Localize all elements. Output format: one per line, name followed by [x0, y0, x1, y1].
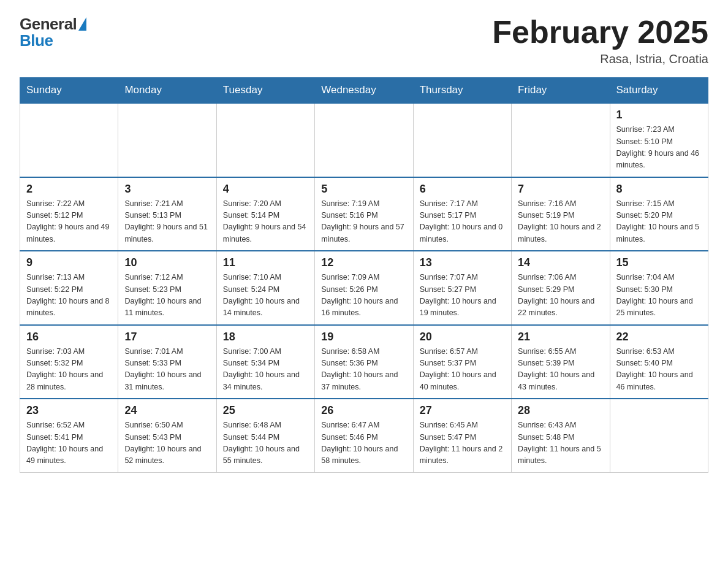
weekday-header: Thursday: [413, 78, 511, 104]
calendar-cell: 27Sunrise: 6:45 AM Sunset: 5:47 PM Dayli…: [413, 399, 511, 472]
calendar-cell: [315, 103, 413, 177]
day-info: Sunrise: 7:09 AM Sunset: 5:26 PM Dayligh…: [321, 272, 406, 320]
day-number: 21: [518, 331, 603, 343]
calendar-cell: 19Sunrise: 6:58 AM Sunset: 5:36 PM Dayli…: [315, 325, 413, 399]
day-info: Sunrise: 6:48 AM Sunset: 5:44 PM Dayligh…: [223, 419, 308, 467]
day-info: Sunrise: 7:03 AM Sunset: 5:32 PM Dayligh…: [26, 346, 112, 394]
day-info: Sunrise: 7:12 AM Sunset: 5:23 PM Dayligh…: [124, 272, 210, 320]
day-info: Sunrise: 7:21 AM Sunset: 5:13 PM Dayligh…: [124, 198, 210, 246]
calendar-cell: 14Sunrise: 7:06 AM Sunset: 5:29 PM Dayli…: [512, 251, 610, 325]
weekday-header: Sunday: [20, 78, 118, 104]
logo-triangle-icon: [78, 17, 86, 31]
day-info: Sunrise: 6:55 AM Sunset: 5:39 PM Dayligh…: [518, 346, 603, 394]
calendar-cell: 20Sunrise: 6:57 AM Sunset: 5:37 PM Dayli…: [413, 325, 511, 399]
day-info: Sunrise: 7:10 AM Sunset: 5:24 PM Dayligh…: [223, 272, 308, 320]
calendar-cell: [610, 399, 708, 472]
day-number: 28: [518, 404, 603, 417]
day-number: 4: [223, 183, 308, 196]
day-info: Sunrise: 6:57 AM Sunset: 5:37 PM Dayligh…: [420, 346, 505, 394]
day-info: Sunrise: 7:22 AM Sunset: 5:12 PM Dayligh…: [26, 198, 112, 246]
day-number: 18: [223, 331, 308, 343]
weekday-header: Friday: [512, 78, 610, 104]
calendar-cell: 16Sunrise: 7:03 AM Sunset: 5:32 PM Dayli…: [20, 325, 118, 399]
day-number: 12: [321, 256, 406, 269]
calendar-cell: 5Sunrise: 7:19 AM Sunset: 5:16 PM Daylig…: [315, 177, 413, 251]
month-year-title: February 2025: [492, 15, 708, 50]
day-info: Sunrise: 7:23 AM Sunset: 5:10 PM Dayligh…: [616, 124, 702, 172]
day-number: 1: [616, 109, 702, 121]
calendar-cell: 11Sunrise: 7:10 AM Sunset: 5:24 PM Dayli…: [216, 251, 314, 325]
day-info: Sunrise: 7:15 AM Sunset: 5:20 PM Dayligh…: [616, 198, 702, 246]
calendar-table: SundayMondayTuesdayWednesdayThursdayFrid…: [20, 77, 708, 473]
day-info: Sunrise: 6:43 AM Sunset: 5:48 PM Dayligh…: [518, 419, 603, 467]
day-info: Sunrise: 7:04 AM Sunset: 5:30 PM Dayligh…: [616, 272, 702, 320]
calendar-cell: [512, 103, 610, 177]
location-subtitle: Rasa, Istria, Croatia: [492, 52, 708, 66]
week-row: 2Sunrise: 7:22 AM Sunset: 5:12 PM Daylig…: [20, 177, 708, 251]
weekday-header: Wednesday: [315, 78, 413, 104]
day-info: Sunrise: 6:47 AM Sunset: 5:46 PM Dayligh…: [321, 419, 406, 467]
week-row: 23Sunrise: 6:52 AM Sunset: 5:41 PM Dayli…: [20, 399, 708, 472]
calendar-cell: 6Sunrise: 7:17 AM Sunset: 5:17 PM Daylig…: [413, 177, 511, 251]
day-info: Sunrise: 6:45 AM Sunset: 5:47 PM Dayligh…: [420, 419, 505, 467]
day-info: Sunrise: 7:06 AM Sunset: 5:29 PM Dayligh…: [518, 272, 603, 320]
day-number: 14: [518, 256, 603, 269]
day-number: 22: [616, 331, 702, 343]
weekday-header: Saturday: [610, 78, 708, 104]
calendar-cell: 13Sunrise: 7:07 AM Sunset: 5:27 PM Dayli…: [413, 251, 511, 325]
calendar-cell: [216, 103, 314, 177]
calendar-cell: 3Sunrise: 7:21 AM Sunset: 5:13 PM Daylig…: [118, 177, 216, 251]
calendar-cell: 1Sunrise: 7:23 AM Sunset: 5:10 PM Daylig…: [610, 103, 708, 177]
day-number: 15: [616, 256, 702, 269]
calendar-cell: 9Sunrise: 7:13 AM Sunset: 5:22 PM Daylig…: [20, 251, 118, 325]
day-info: Sunrise: 6:53 AM Sunset: 5:40 PM Dayligh…: [616, 346, 702, 394]
calendar-cell: 28Sunrise: 6:43 AM Sunset: 5:48 PM Dayli…: [512, 399, 610, 472]
calendar-cell: 17Sunrise: 7:01 AM Sunset: 5:33 PM Dayli…: [118, 325, 216, 399]
day-number: 6: [420, 183, 505, 196]
calendar-cell: 26Sunrise: 6:47 AM Sunset: 5:46 PM Dayli…: [315, 399, 413, 472]
day-number: 19: [321, 331, 406, 343]
weekday-header: Monday: [118, 78, 216, 104]
day-number: 8: [616, 183, 702, 196]
calendar-cell: 10Sunrise: 7:12 AM Sunset: 5:23 PM Dayli…: [118, 251, 216, 325]
day-number: 16: [26, 331, 112, 343]
day-number: 2: [26, 183, 112, 196]
day-number: 3: [124, 183, 210, 196]
page-header: General Blue February 2025 Rasa, Istria,…: [20, 15, 708, 66]
weekday-header: Tuesday: [216, 78, 314, 104]
calendar-cell: 15Sunrise: 7:04 AM Sunset: 5:30 PM Dayli…: [610, 251, 708, 325]
day-info: Sunrise: 7:19 AM Sunset: 5:16 PM Dayligh…: [321, 198, 406, 246]
day-info: Sunrise: 7:07 AM Sunset: 5:27 PM Dayligh…: [420, 272, 505, 320]
day-info: Sunrise: 6:58 AM Sunset: 5:36 PM Dayligh…: [321, 346, 406, 394]
calendar-cell: 24Sunrise: 6:50 AM Sunset: 5:43 PM Dayli…: [118, 399, 216, 472]
day-info: Sunrise: 7:20 AM Sunset: 5:14 PM Dayligh…: [223, 198, 308, 246]
day-number: 10: [124, 256, 210, 269]
day-number: 23: [26, 404, 112, 417]
day-info: Sunrise: 7:13 AM Sunset: 5:22 PM Dayligh…: [26, 272, 112, 320]
day-number: 24: [124, 404, 210, 417]
day-number: 20: [420, 331, 505, 343]
calendar-cell: 7Sunrise: 7:16 AM Sunset: 5:19 PM Daylig…: [512, 177, 610, 251]
week-row: 9Sunrise: 7:13 AM Sunset: 5:22 PM Daylig…: [20, 251, 708, 325]
calendar-cell: [20, 103, 118, 177]
calendar-cell: [118, 103, 216, 177]
calendar-cell: 21Sunrise: 6:55 AM Sunset: 5:39 PM Dayli…: [512, 325, 610, 399]
calendar-cell: 8Sunrise: 7:15 AM Sunset: 5:20 PM Daylig…: [610, 177, 708, 251]
day-number: 9: [26, 256, 112, 269]
day-info: Sunrise: 7:17 AM Sunset: 5:17 PM Dayligh…: [420, 198, 505, 246]
calendar-cell: 22Sunrise: 6:53 AM Sunset: 5:40 PM Dayli…: [610, 325, 708, 399]
day-info: Sunrise: 6:50 AM Sunset: 5:43 PM Dayligh…: [124, 419, 210, 467]
logo: General Blue: [20, 15, 86, 50]
day-info: Sunrise: 7:16 AM Sunset: 5:19 PM Dayligh…: [518, 198, 603, 246]
day-number: 13: [420, 256, 505, 269]
calendar-cell: 23Sunrise: 6:52 AM Sunset: 5:41 PM Dayli…: [20, 399, 118, 472]
day-number: 11: [223, 256, 308, 269]
calendar-cell: 12Sunrise: 7:09 AM Sunset: 5:26 PM Dayli…: [315, 251, 413, 325]
day-number: 5: [321, 183, 406, 196]
calendar-cell: 25Sunrise: 6:48 AM Sunset: 5:44 PM Dayli…: [216, 399, 314, 472]
day-number: 17: [124, 331, 210, 343]
week-row: 16Sunrise: 7:03 AM Sunset: 5:32 PM Dayli…: [20, 325, 708, 399]
day-number: 27: [420, 404, 505, 417]
title-block: February 2025 Rasa, Istria, Croatia: [492, 15, 708, 66]
day-info: Sunrise: 7:01 AM Sunset: 5:33 PM Dayligh…: [124, 346, 210, 394]
